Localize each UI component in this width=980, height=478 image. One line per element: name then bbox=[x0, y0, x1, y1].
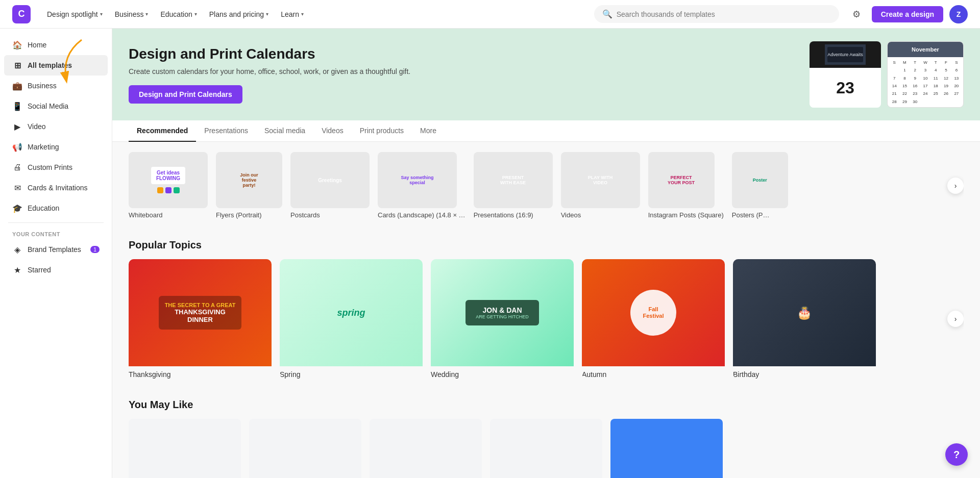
template-card-postcards[interactable]: Greetings Postcards bbox=[290, 152, 370, 219]
sidebar-item-custom-prints[interactable]: 🖨 Custom Prints bbox=[4, 157, 108, 178]
topic-card-birthday[interactable]: 🎂 Birthday bbox=[733, 259, 876, 379]
template-card-instagram[interactable]: PERFECTYOUR POST Instagram Posts (Square… bbox=[648, 152, 724, 219]
thanksgiving-label: Thanksgiving bbox=[129, 370, 272, 379]
instagram-thumb: PERFECTYOUR POST bbox=[648, 152, 715, 208]
posters-thumb: Poster bbox=[732, 152, 788, 208]
sidebar-item-label: Video bbox=[28, 122, 46, 131]
template-card-videos[interactable]: PLAY WITHVIDEO Videos bbox=[561, 152, 640, 219]
template-card-cards-landscape[interactable]: Say somethingspecial Cards (Landscape) (… bbox=[378, 152, 465, 219]
birthday-image: 🎂 bbox=[733, 259, 876, 366]
template-card-posters[interactable]: Poster Posters (P… bbox=[732, 152, 788, 219]
thanksgiving-image: THE SECRET TO A GREAT THANKSGIVINGDINNER bbox=[129, 259, 272, 366]
whiteboard-inner: Get ideasFLOWING bbox=[129, 152, 208, 208]
sidebar-item-business[interactable]: 💼 Business bbox=[4, 76, 108, 96]
you-may-like-card[interactable] bbox=[249, 419, 361, 478]
banner-cta-button[interactable]: Design and Print Calendars bbox=[129, 85, 242, 104]
avatar[interactable]: Z bbox=[949, 5, 968, 23]
topic-card-autumn[interactable]: FallFestival Autumn bbox=[582, 259, 725, 379]
sidebar-item-marketing[interactable]: 📢 Marketing bbox=[4, 137, 108, 157]
business-menu[interactable]: Business ▾ bbox=[109, 7, 155, 21]
calendar-thumbnail-2: November S M T W T F S 1 2 3 4 bbox=[887, 41, 964, 108]
spring-text-box: spring bbox=[337, 308, 365, 318]
settings-icon-btn[interactable]: ⚙ bbox=[847, 5, 866, 23]
tab-more[interactable]: More bbox=[412, 120, 445, 142]
education-menu[interactable]: Education ▾ bbox=[154, 7, 203, 21]
posters-label: Posters (P… bbox=[732, 211, 788, 219]
help-button[interactable]: ? bbox=[945, 443, 968, 466]
banner-description: Create custom calendars for your home, o… bbox=[129, 66, 410, 77]
logo[interactable]: C bbox=[12, 5, 31, 23]
you-may-like-card[interactable] bbox=[370, 419, 482, 478]
autumn-title-text: FallFestival bbox=[643, 306, 664, 319]
topics-next-button[interactable]: › bbox=[947, 311, 964, 327]
postcards-text: Greetings bbox=[318, 178, 342, 183]
plans-pricing-menu[interactable]: Plans and pricing ▾ bbox=[203, 7, 275, 21]
tab-presentations[interactable]: Presentations bbox=[196, 120, 256, 142]
megaphone-icon: 📢 bbox=[12, 142, 22, 152]
cal2-cell: M bbox=[900, 59, 909, 66]
autumn-content: FallFestival bbox=[582, 259, 725, 366]
tab-social-media[interactable]: Social media bbox=[256, 120, 313, 142]
banner-text: Design and Print Calendars Create custom… bbox=[129, 46, 410, 104]
briefcase-icon: 💼 bbox=[12, 81, 22, 91]
banner-title: Design and Print Calendars bbox=[129, 46, 410, 62]
sidebar-item-social-media[interactable]: 📱 Social Media bbox=[4, 96, 108, 116]
main-content: Design and Print Calendars Create custom… bbox=[112, 29, 980, 478]
presentations-thumb: PRESENTWITH EASE bbox=[474, 152, 553, 208]
wb-dots bbox=[157, 187, 180, 193]
template-card-whiteboard[interactable]: Get ideasFLOWING Whiteboard bbox=[129, 152, 208, 219]
thanksgiving-content: THE SECRET TO A GREAT THANKSGIVINGDINNER bbox=[129, 259, 272, 366]
topic-card-thanksgiving[interactable]: THE SECRET TO A GREAT THANKSGIVINGDINNER… bbox=[129, 259, 272, 379]
tab-recommended[interactable]: Recommended bbox=[129, 120, 196, 142]
mobile-icon: 📱 bbox=[12, 101, 22, 111]
sidebar-item-video[interactable]: ▶ Video bbox=[4, 116, 108, 137]
sidebar-item-label: Business bbox=[28, 82, 57, 90]
cal-date-number: 23 bbox=[836, 79, 854, 97]
tab-videos[interactable]: Videos bbox=[313, 120, 352, 142]
business-label: Business bbox=[115, 10, 144, 18]
svg-text:Adventure Awaits: Adventure Awaits bbox=[827, 52, 863, 57]
template-card-presentations[interactable]: PRESENTWITH EASE Presentations (16:9) bbox=[474, 152, 553, 219]
videos-label: Videos bbox=[561, 211, 640, 219]
sidebar-item-label: Marketing bbox=[28, 143, 59, 151]
sidebar-item-label: Home bbox=[28, 41, 46, 49]
sidebar-divider bbox=[8, 222, 104, 223]
sidebar-item-home[interactable]: 🏠 Home bbox=[4, 35, 108, 55]
flyers-text: Join ourfestiveparty! bbox=[240, 172, 258, 188]
posters-text: Poster bbox=[753, 178, 767, 183]
sidebar-item-brand-templates[interactable]: ◈ Brand Templates 1 bbox=[4, 239, 108, 260]
banner-images: Adventure Awaits 23 November S M T bbox=[810, 41, 964, 108]
videos-text: PLAY WITHVIDEO bbox=[588, 175, 613, 185]
cal-header: Adventure Awaits bbox=[810, 41, 881, 68]
spring-title-text: spring bbox=[337, 308, 365, 318]
design-spotlight-menu[interactable]: Design spotlight ▾ bbox=[41, 7, 109, 21]
home-icon: 🏠 bbox=[12, 40, 22, 50]
videos-thumb: PLAY WITHVIDEO bbox=[561, 152, 640, 208]
search-bar[interactable]: 🔍 bbox=[594, 5, 839, 23]
create-design-button[interactable]: Create a design bbox=[872, 6, 943, 22]
sidebar-item-label: All templates bbox=[28, 61, 72, 69]
search-input[interactable] bbox=[617, 10, 831, 18]
topic-card-spring[interactable]: spring Spring bbox=[280, 259, 423, 379]
logo-mark[interactable]: C bbox=[12, 5, 31, 23]
cal2-cell: T bbox=[911, 59, 920, 66]
template-card-flyers[interactable]: Join ourfestiveparty! Flyers (Portrait) bbox=[216, 152, 282, 219]
learn-menu[interactable]: Learn ▾ bbox=[275, 7, 310, 21]
cal2-cell: T bbox=[931, 59, 940, 66]
banner: Design and Print Calendars Create custom… bbox=[112, 29, 980, 120]
sidebar-item-all-templates[interactable]: ⊞ All templates bbox=[4, 55, 108, 76]
sidebar-item-starred[interactable]: ★ Starred bbox=[4, 260, 108, 280]
you-may-like-card[interactable] bbox=[129, 419, 241, 478]
design-spotlight-label: Design spotlight bbox=[47, 10, 98, 18]
cal-body: 23 bbox=[810, 68, 881, 108]
chevron-down-icon: ▾ bbox=[145, 11, 148, 17]
you-may-like-card[interactable] bbox=[490, 419, 602, 478]
sidebar-item-education[interactable]: 🎓 Education bbox=[4, 198, 108, 218]
chevron-down-icon: ▾ bbox=[100, 11, 103, 17]
templates-next-button[interactable]: › bbox=[947, 178, 964, 194]
you-may-like-card-highlighted[interactable] bbox=[610, 419, 723, 478]
wedding-names: JON & DAN bbox=[476, 306, 529, 314]
topic-card-wedding[interactable]: JON & DAN ARE GETTING HITCHED Wedding bbox=[431, 259, 574, 379]
tab-print-products[interactable]: Print products bbox=[352, 120, 412, 142]
sidebar-item-cards-invitations[interactable]: ✉ Cards & Invitations bbox=[4, 178, 108, 198]
